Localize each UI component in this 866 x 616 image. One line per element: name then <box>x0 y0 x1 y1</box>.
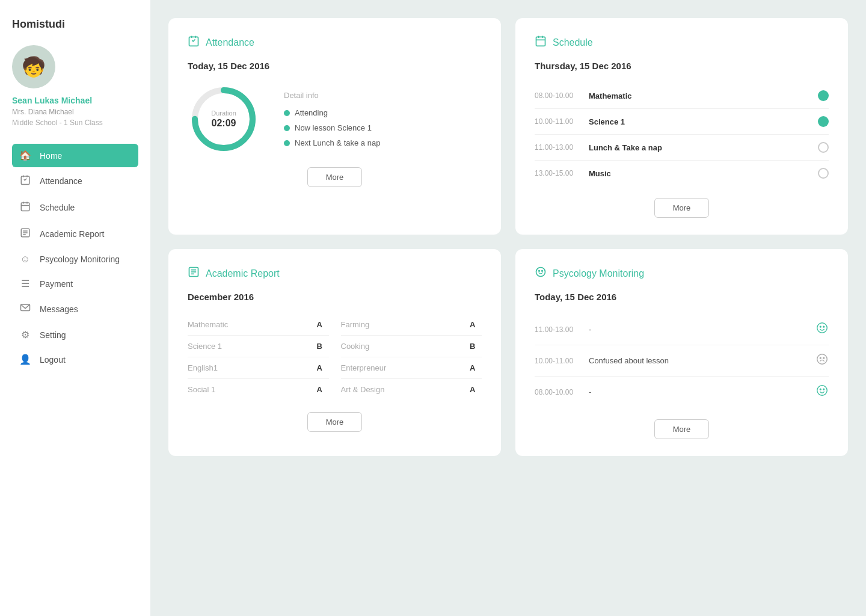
payment-icon: ☰ <box>19 278 31 289</box>
svg-point-25 <box>536 268 545 277</box>
psycology-icon: ☺ <box>19 254 31 265</box>
sidebar-item-setting[interactable]: ⚙ Setting <box>12 323 138 346</box>
grade-2: B <box>317 342 329 351</box>
academic-card: Academic Report December 2016 Mathematic… <box>168 249 501 456</box>
svg-point-32 <box>820 357 821 359</box>
schedule-subject-2: Science 1 <box>589 117 818 126</box>
attendance-header: Attendance <box>188 35 482 50</box>
svg-point-28 <box>817 323 828 333</box>
subject-3: English1 <box>188 363 310 372</box>
nav-label-messages: Messages <box>40 304 78 314</box>
schedule-item-4: 13.00-15.00 Music <box>535 161 829 186</box>
svg-point-34 <box>817 386 828 396</box>
academic-title: Academic Report <box>206 268 280 279</box>
schedule-item-1: 08.00-10.00 Mathematic <box>535 83 829 109</box>
app-logo: Homistudi <box>12 18 138 31</box>
sidebar-item-psycology[interactable]: ☺ Psycology Monitoring <box>12 248 138 271</box>
schedule-subject-4: Music <box>589 169 818 178</box>
sidebar-item-logout[interactable]: 👤 Logout <box>12 348 138 371</box>
grade-6: B <box>470 342 482 351</box>
svg-point-36 <box>823 389 825 390</box>
detail-item-2: Now lesson Science 1 <box>284 123 380 132</box>
schedule-time-3: 11.00-13.00 <box>535 143 589 152</box>
attendance-title: Attendance <box>206 37 254 48</box>
psycology-more-button[interactable]: More <box>654 419 710 439</box>
sidebar: Homistudi 🧒 Sean Lukas Michael Mrs. Dian… <box>0 0 150 616</box>
schedule-time-4: 13.00-15.00 <box>535 169 589 177</box>
schedule-status-1 <box>818 90 829 101</box>
svg-point-31 <box>817 354 828 365</box>
detail-text-3: Next Lunch & take a nap <box>295 138 380 147</box>
grade-1: A <box>317 320 329 329</box>
dot-1 <box>284 110 290 116</box>
academic-row-3: English1 A <box>188 357 329 379</box>
nav-menu: 🏠 Home Attendance Schedule Academic Repo… <box>12 144 138 371</box>
academic-row-8: Art & Design A <box>341 379 482 400</box>
logout-icon: 👤 <box>19 354 31 365</box>
dot-2 <box>284 125 290 131</box>
attendance-body: Duration 02:09 Detail info Attending Now… <box>188 83 482 155</box>
schedule-list: 08.00-10.00 Mathematic 10.00-11.00 Scien… <box>535 83 829 186</box>
sidebar-item-academic[interactable]: Academic Report <box>12 221 138 247</box>
schedule-time-1: 08.00-10.00 <box>535 91 589 100</box>
schedule-card: Schedule Thursday, 15 Dec 2016 08.00-10.… <box>515 18 848 235</box>
main-content: Attendance Today, 15 Dec 2016 Duration 0… <box>150 0 866 616</box>
psycology-card-icon <box>535 266 547 281</box>
attendance-card: Attendance Today, 15 Dec 2016 Duration 0… <box>168 18 501 235</box>
detail-item-3: Next Lunch & take a nap <box>284 138 380 147</box>
schedule-status-4 <box>818 168 829 179</box>
nav-label-attendance: Attendance <box>40 176 82 186</box>
svg-rect-17 <box>536 37 545 46</box>
psych-item-2: 10.00-11.00 Confused about lesson <box>535 345 829 377</box>
psych-item-1: 11.00-13.00 - <box>535 314 829 345</box>
subject-2: Science 1 <box>188 342 310 351</box>
academic-grid: Mathematic A Science 1 B English1 A Soci… <box>188 314 482 400</box>
attendance-card-icon <box>188 35 200 50</box>
psych-list: 11.00-13.00 - 10.00-11.00 Confused about… <box>535 314 829 407</box>
academic-row-5: Farming A <box>341 314 482 336</box>
messages-icon <box>19 303 31 316</box>
svg-point-27 <box>542 271 543 272</box>
academic-row-1: Mathematic A <box>188 314 329 336</box>
psycology-date: Today, 15 Dec 2016 <box>535 292 829 302</box>
subject-8: Art & Design <box>341 385 463 394</box>
schedule-icon <box>19 201 31 214</box>
schedule-more-button[interactable]: More <box>654 198 710 218</box>
nav-label-psycology: Psycology Monitoring <box>40 254 120 264</box>
schedule-card-icon <box>535 35 547 50</box>
attendance-date: Today, 15 Dec 2016 <box>188 61 482 71</box>
sidebar-item-home[interactable]: 🏠 Home <box>12 144 138 167</box>
schedule-subject-3: Lunch & Take a nap <box>589 143 818 152</box>
academic-row-2: Science 1 B <box>188 336 329 357</box>
academic-card-icon <box>188 266 200 281</box>
sidebar-item-messages[interactable]: Messages <box>12 297 138 322</box>
psych-note-3: - <box>589 387 815 396</box>
detail-text-1: Attending <box>295 108 328 117</box>
grade-8: A <box>470 385 482 394</box>
attendance-donut: Duration 02:09 <box>188 83 260 155</box>
academic-more-button[interactable]: More <box>307 412 363 432</box>
nav-label-logout: Logout <box>40 355 66 365</box>
psych-time-1: 11.00-13.00 <box>535 325 589 334</box>
grade-5: A <box>470 320 482 329</box>
nav-label-payment: Payment <box>40 279 73 289</box>
psych-item-3: 08.00-10.00 - <box>535 377 829 407</box>
avatar: 🧒 <box>12 45 55 88</box>
academic-icon <box>19 227 31 241</box>
svg-point-33 <box>823 357 825 359</box>
psych-note-2: Confused about lesson <box>589 356 815 365</box>
sidebar-item-payment[interactable]: ☰ Payment <box>12 272 138 295</box>
academic-row-7: Enterpreneur A <box>341 357 482 379</box>
sidebar-item-attendance[interactable]: Attendance <box>12 168 138 194</box>
academic-header: Academic Report <box>188 266 482 281</box>
home-icon: 🏠 <box>19 150 31 161</box>
schedule-time-2: 10.00-11.00 <box>535 117 589 126</box>
psych-time-3: 08.00-10.00 <box>535 388 589 396</box>
subject-4: Social 1 <box>188 385 310 394</box>
sidebar-item-schedule[interactable]: Schedule <box>12 195 138 220</box>
psycology-title: Psycology Monitoring <box>553 268 644 279</box>
attendance-more-button[interactable]: More <box>307 167 363 187</box>
svg-rect-3 <box>21 203 29 211</box>
schedule-item-3: 11.00-13.00 Lunch & Take a nap <box>535 135 829 161</box>
psych-emoji-2 <box>815 353 829 369</box>
